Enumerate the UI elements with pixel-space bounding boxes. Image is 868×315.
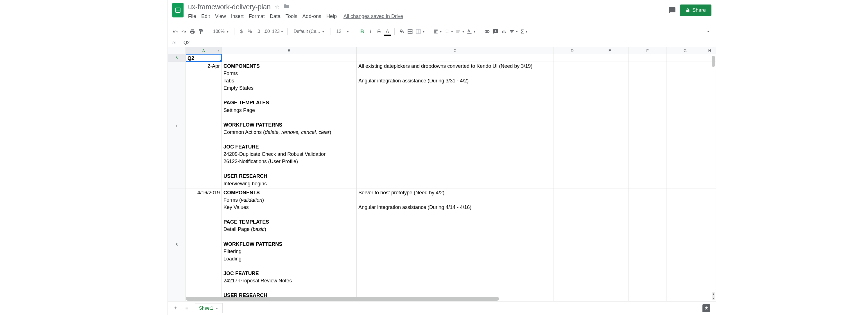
scroll-up-arrow[interactable]: ▴	[712, 292, 715, 295]
cell-F7[interactable]	[629, 62, 666, 188]
doc-meta: ux-framework-delivery-plan ☆ File Edit V…	[188, 3, 668, 20]
cell-E6[interactable]	[591, 54, 629, 62]
fx-label: fx	[172, 40, 184, 45]
add-sheet-button[interactable]: +	[172, 305, 179, 311]
all-sheets-button[interactable]: ≡	[184, 305, 190, 311]
cell-H7[interactable]	[704, 62, 715, 188]
cell-D8[interactable]	[554, 189, 591, 300]
column-header-A[interactable]: A▼	[186, 47, 222, 54]
zoom-dropdown[interactable]: 100%▼	[212, 29, 230, 34]
cell-G7[interactable]	[666, 62, 704, 188]
menu-tools[interactable]: Tools	[286, 13, 298, 20]
bold-button[interactable]: B	[359, 28, 365, 35]
column-header-F[interactable]: F	[629, 47, 666, 54]
filter-dropdown[interactable]: ▼	[509, 29, 518, 34]
italic-button[interactable]: I	[367, 28, 374, 35]
explore-button[interactable]	[703, 304, 710, 312]
borders-button[interactable]	[407, 28, 413, 35]
menu-edit[interactable]: Edit	[201, 13, 210, 20]
cell-B7[interactable]: COMPONENTSFormsTabsEmpty StatesPAGE TEMP…	[222, 62, 357, 188]
horizontal-scrollbar[interactable]	[186, 297, 708, 300]
cell-B6[interactable]	[222, 54, 357, 62]
column-header-H[interactable]: H	[704, 47, 715, 54]
print-icon[interactable]	[189, 28, 195, 35]
spreadsheet-grid[interactable]: A▼BCDEFGH 678 Q22-AprCOMPONENTSFormsTabs…	[168, 47, 716, 301]
cell-G8[interactable]	[666, 189, 704, 300]
vertical-scroll-thumb[interactable]	[712, 56, 715, 67]
move-folder-icon[interactable]	[284, 3, 289, 10]
cell-B8[interactable]: COMPONENTSForms (validation)Key ValuesPA…	[222, 189, 357, 300]
select-all-corner[interactable]	[168, 47, 186, 54]
cell-E8[interactable]	[591, 189, 629, 300]
column-header-B[interactable]: B	[222, 47, 357, 54]
cell-E7[interactable]	[591, 62, 629, 188]
column-header-G[interactable]: G	[666, 47, 704, 54]
font-size-dropdown[interactable]: 12▼	[335, 29, 351, 34]
text-rotation-dropdown[interactable]: ▼	[467, 29, 476, 34]
font-family-dropdown[interactable]: Default (Ca...▼	[291, 28, 327, 35]
menu-file[interactable]: File	[188, 13, 196, 20]
formula-bar[interactable]: fx Q2	[168, 38, 716, 47]
cell-H8[interactable]	[704, 189, 715, 300]
strikethrough-button[interactable]: S	[376, 28, 382, 35]
column-header-D[interactable]: D	[554, 47, 591, 54]
paint-format-icon[interactable]	[197, 28, 204, 35]
cell-G6[interactable]	[666, 54, 704, 62]
comments-icon[interactable]	[668, 6, 676, 15]
undo-icon[interactable]	[172, 28, 179, 35]
cell-F6[interactable]	[629, 54, 666, 62]
table-row: 4/16/2019COMPONENTSForms (validation)Key…	[186, 189, 716, 301]
share-button[interactable]: Share	[680, 4, 711, 16]
cell-C7[interactable]: All existing datepickers and dropdowns c…	[357, 62, 554, 188]
number-format-dropdown[interactable]: 123▼	[272, 29, 284, 34]
doc-title[interactable]: ux-framework-delivery-plan	[188, 3, 271, 11]
cell-A7[interactable]: 2-Apr	[186, 62, 222, 188]
cell-C6[interactable]	[357, 54, 554, 62]
menu-help[interactable]: Help	[327, 13, 337, 20]
cell-D7[interactable]	[554, 62, 591, 188]
app-window: ux-framework-delivery-plan ☆ File Edit V…	[167, 0, 716, 315]
vertical-align-dropdown[interactable]: ▼	[444, 29, 454, 34]
insert-comment-icon[interactable]	[493, 28, 499, 35]
zoom-value: 100%	[213, 29, 225, 34]
text-color-button[interactable]: A	[384, 28, 391, 35]
text-wrap-dropdown[interactable]: ▼	[456, 29, 465, 34]
star-icon[interactable]: ☆	[275, 3, 280, 10]
row-header-8[interactable]: 8	[168, 189, 186, 301]
table-row: Q2	[186, 54, 716, 62]
merge-cells-dropdown[interactable]: ▼	[415, 29, 425, 34]
cell-A8[interactable]: 4/16/2019	[186, 189, 222, 300]
menu-addons[interactable]: Add-ons	[303, 13, 321, 20]
share-label: Share	[692, 7, 706, 13]
cell-F8[interactable]	[629, 189, 666, 300]
percent-format[interactable]: %	[247, 28, 253, 35]
cell-D6[interactable]	[554, 54, 591, 62]
horizontal-scroll-thumb[interactable]	[186, 297, 499, 300]
sheet-tab-active[interactable]: Sheet1▼	[195, 303, 223, 313]
column-header-E[interactable]: E	[591, 47, 629, 54]
cell-C8[interactable]: Server to host prototype (Need by 4/2)An…	[357, 189, 554, 300]
scroll-down-arrow[interactable]: ▾	[712, 296, 715, 300]
fill-color-button[interactable]	[399, 28, 405, 35]
table-row: 2-AprCOMPONENTSFormsTabsEmpty StatesPAGE…	[186, 62, 716, 189]
collapse-toolbar-icon[interactable]	[705, 28, 711, 35]
row-header-6[interactable]: 6	[168, 54, 186, 62]
column-header-C[interactable]: C	[357, 47, 554, 54]
save-status[interactable]: All changes saved in Drive	[343, 13, 403, 20]
cell-A6[interactable]: Q2	[186, 54, 222, 62]
menu-data[interactable]: Data	[270, 13, 281, 20]
menu-insert[interactable]: Insert	[231, 13, 244, 20]
currency-format[interactable]: $	[238, 28, 245, 35]
menu-format[interactable]: Format	[249, 13, 265, 20]
insert-link-icon[interactable]	[484, 28, 490, 35]
sheets-app-icon[interactable]	[172, 3, 184, 18]
horizontal-align-dropdown[interactable]: ▼	[433, 29, 442, 34]
redo-icon[interactable]	[181, 28, 187, 35]
cells-area[interactable]: Q22-AprCOMPONENTSFormsTabsEmpty StatesPA…	[186, 54, 716, 301]
menu-view[interactable]: View	[215, 13, 226, 20]
functions-dropdown[interactable]: Σ▼	[521, 28, 528, 35]
decrease-decimal[interactable]: .0←	[255, 28, 261, 35]
increase-decimal[interactable]: .00→	[264, 28, 270, 35]
insert-chart-icon[interactable]	[501, 28, 507, 35]
row-header-7[interactable]: 7	[168, 62, 186, 189]
